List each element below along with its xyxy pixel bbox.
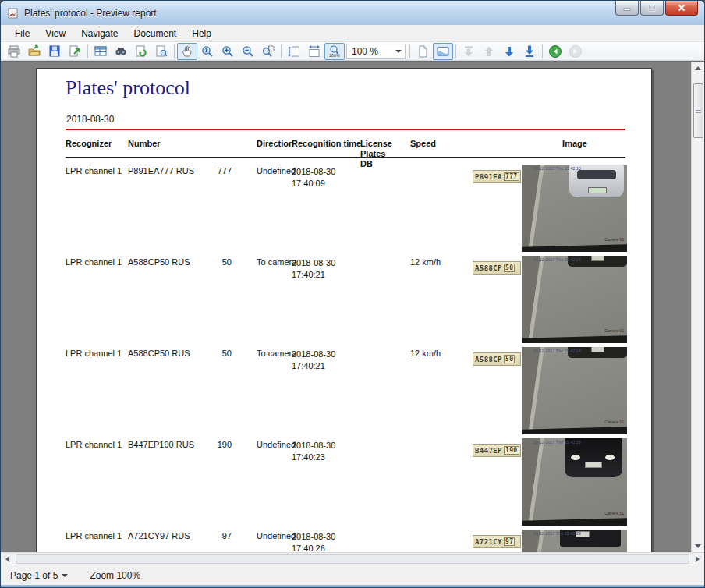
menu-view[interactable]: View: [37, 27, 73, 41]
vertical-scrollbar[interactable]: [691, 62, 704, 552]
fit-page-width-icon[interactable]: [304, 43, 324, 60]
close-button[interactable]: [665, 1, 698, 16]
zoom-in-icon[interactable]: [218, 43, 238, 60]
last-page-icon[interactable]: [519, 43, 540, 60]
cell-region-code: 50: [197, 257, 232, 267]
cell-recognition-time: 2018-08-30 17:40:21: [292, 349, 335, 372]
plate-region-text: 190: [504, 446, 519, 455]
camera-timestamp: 30-12-2017 Thu 15:42:10: [533, 166, 581, 171]
camera-frame-image: 30-12-2017 Thu 15:42:24 Camera 01: [522, 347, 627, 434]
toolbar-separator: [455, 44, 456, 58]
plate-text: A588CP: [475, 264, 502, 272]
horizontal-scrollbar[interactable]: [1, 552, 704, 565]
scroll-up-icon[interactable]: [692, 62, 705, 74]
print-icon[interactable]: [4, 43, 24, 60]
zoom-level-value: 100 %: [352, 46, 378, 57]
zoom-indicator: Zoom 100%: [90, 570, 140, 581]
hand-tool-icon[interactable]: [177, 43, 197, 60]
menu-navigate[interactable]: Navigate: [73, 27, 126, 41]
recognition-date: 2018-08-30: [292, 440, 335, 452]
recognition-date: 2018-08-30: [292, 257, 335, 269]
scroll-right-icon[interactable]: [691, 553, 704, 565]
window-title: Plates' protocol - Preview report: [24, 8, 157, 19]
chevron-down-icon: [395, 50, 402, 53]
save-icon[interactable]: [44, 43, 65, 60]
zoom-level-select[interactable]: 100 %: [346, 44, 406, 59]
camera-frame-bottom: [522, 518, 627, 526]
toolbar-separator: [409, 44, 410, 58]
recognition-time: 17:40:21: [292, 269, 335, 281]
status-bar: Page 1 of 5 Zoom 100%: [1, 565, 704, 585]
recognition-time: 17:40:09: [292, 178, 335, 190]
cell-recognizer: LPR channel 1: [66, 531, 122, 540]
scroll-left-icon[interactable]: [1, 553, 14, 565]
open-icon[interactable]: [24, 43, 44, 60]
camera-frame-bottom: [522, 335, 627, 343]
previous-page-icon[interactable]: [479, 43, 499, 60]
table-row: LPR channel 1 A588CP50 RUS 50 To camera …: [37, 257, 652, 349]
camera-frame-image: 30-12-2017 Thu 15:42:10 Camera 01: [522, 165, 627, 252]
cell-region-code: 50: [197, 349, 232, 358]
camera-frame-bottom: [522, 244, 627, 252]
zoom-100-icon[interactable]: 100%: [324, 43, 345, 60]
cell-recognizer: LPR channel 1: [66, 257, 122, 267]
next-page-icon[interactable]: [499, 43, 519, 60]
horizontal-scrollbar-thumb[interactable]: [16, 554, 689, 564]
preview-report-window: Plates' protocol - Preview report File V…: [0, 0, 705, 588]
page-selector[interactable]: Page 1 of 5: [10, 570, 68, 581]
page-indicator: Page 1 of 5: [10, 570, 58, 581]
toolbar-separator: [174, 44, 175, 58]
title-bar[interactable]: Plates' protocol - Preview report: [1, 1, 704, 25]
parameters-icon[interactable]: [90, 43, 111, 60]
menu-file[interactable]: File: [7, 27, 37, 41]
plate-region-text: 777: [504, 172, 519, 181]
camera-label: Camera 01: [604, 511, 624, 515]
toolbar-separator: [281, 44, 282, 58]
menu-help[interactable]: Help: [184, 27, 219, 41]
fit-page-height-icon[interactable]: [284, 43, 304, 60]
zoom-out-icon[interactable]: [238, 43, 258, 60]
page-setup-icon[interactable]: [151, 43, 172, 60]
cell-direction: To camera: [257, 349, 296, 358]
find-icon[interactable]: [111, 43, 131, 60]
refresh-icon[interactable]: [131, 43, 151, 60]
continuous-pages-icon[interactable]: [433, 43, 453, 60]
export-icon[interactable]: [65, 43, 85, 60]
forward-icon[interactable]: [565, 43, 586, 60]
chevron-down-icon: [62, 574, 68, 577]
cell-recognizer: LPR channel 1: [66, 440, 122, 449]
cell-region-code: 97: [197, 531, 232, 540]
recognition-date: 2018-08-30: [292, 349, 335, 360]
plate-region-text: 50: [504, 355, 515, 363]
menu-document[interactable]: Document: [126, 27, 185, 41]
camera-frame-image: 30-12-2017 Thu 15:42:29 Camera 01: [522, 530, 627, 552]
minimize-button[interactable]: [615, 1, 639, 16]
zoom-dynamic-icon[interactable]: [197, 43, 218, 60]
toolbar-separator: [87, 44, 88, 58]
cell-recognition-time: 2018-08-30 17:40:23: [292, 440, 335, 463]
cell-recognizer: LPR channel 1: [66, 166, 122, 175]
back-icon[interactable]: [545, 43, 565, 60]
single-page-icon[interactable]: [413, 43, 433, 60]
table-row: LPR channel 1 A721CY97 RUS 97 Undefined …: [37, 531, 652, 552]
recognition-time: 17:40:21: [292, 360, 335, 372]
report-preview-area[interactable]: Plates' protocol 2018-08-30 Recognizer N…: [1, 62, 691, 552]
plate-text: A721CY: [475, 538, 502, 546]
recognition-date: 2018-08-30: [292, 166, 335, 178]
cell-direction: To camera: [257, 257, 296, 267]
recognition-date: 2018-08-30: [292, 531, 335, 543]
first-page-icon[interactable]: [459, 43, 479, 60]
maximize-button[interactable]: [640, 1, 664, 16]
scroll-down-icon[interactable]: [692, 540, 705, 552]
camera-timestamp: 30-12-2017 Thu 15:42:24: [533, 257, 581, 262]
camera-label: Camera 01: [604, 328, 624, 333]
recognition-time: 17:40:23: [292, 452, 335, 463]
vertical-scrollbar-thumb[interactable]: [693, 83, 703, 138]
cell-region-code: 190: [197, 440, 232, 449]
cell-number: A588CP50 RUS: [128, 257, 190, 267]
table-row: LPR channel 1 B447EP190 RUS 190 Undefine…: [37, 440, 652, 531]
zoom-region-icon[interactable]: [258, 43, 278, 60]
plate-crop-image: A588CP 50: [473, 352, 521, 366]
camera-timestamp: 30-12-2017 Thu 15:42:29: [533, 531, 581, 536]
cell-number: A721CY97 RUS: [128, 531, 190, 540]
